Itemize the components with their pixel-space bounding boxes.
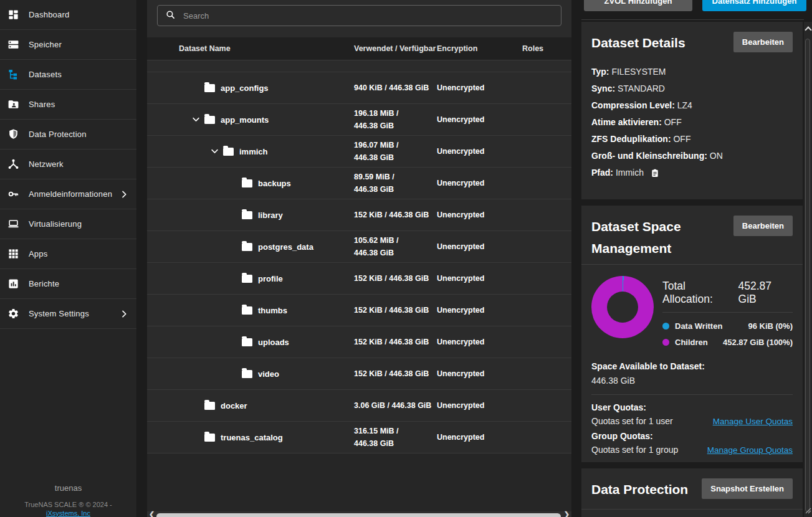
- data-protection-card: Data Protection Snapshot Erstellen Total…: [581, 468, 803, 517]
- chevron-down-icon[interactable]: [210, 146, 219, 156]
- folder-icon: [204, 402, 215, 410]
- used-available-value: 89.59 MiB /446.38 GiB: [354, 171, 437, 196]
- vertical-scrollbar[interactable]: [804, 22, 812, 517]
- table-row-docker[interactable]: docker3.06 GiB / 446.38 GiBUnencrypted: [147, 390, 571, 422]
- table-row-app-mounts[interactable]: app_mounts196.18 MiB /446.38 GiBUnencryp…: [147, 104, 571, 136]
- table-row-uploads[interactable]: uploads152 KiB / 446.38 GiBUnencrypted: [147, 326, 571, 358]
- add-zvol-button[interactable]: ZVOL Hinzufügen: [584, 0, 692, 11]
- quota-row: Quotas set for 1 groupManage Group Quota…: [591, 445, 793, 455]
- dataset-name-cell: backups: [147, 179, 354, 188]
- used-available-value: 196.07 MiB /446.38 GiB: [354, 139, 437, 164]
- scroll-right-icon[interactable]: ❯: [564, 511, 570, 517]
- sidebar-item-datasets[interactable]: Datasets: [0, 60, 136, 90]
- dataset-name-label: thumbs: [258, 306, 287, 315]
- table-row-backups[interactable]: backups89.59 MiB /446.38 GiBUnencrypted: [147, 168, 571, 199]
- used-available-value: 152 KiB / 446.38 GiB: [354, 368, 437, 380]
- table-row-library[interactable]: library152 KiB / 446.38 GiBUnencrypted: [147, 199, 571, 231]
- table-row-immich[interactable]: immich196.07 MiB /446.38 GiBUnencrypted: [147, 136, 571, 168]
- search-placeholder: Search: [183, 11, 209, 21]
- vertical-scrollbar-thumb[interactable]: [805, 39, 810, 512]
- sidebar-item-data-protection[interactable]: Data Protection: [0, 120, 136, 149]
- used-available-value: 3.06 GiB / 446.38 GiB: [354, 399, 437, 412]
- table-header: Dataset Name Verwendet / Verfügbar Encry…: [147, 37, 571, 60]
- divider: [591, 394, 793, 395]
- sidebar-item-netzwerk[interactable]: Netzwerk: [0, 149, 136, 179]
- used-available-value: 105.62 MiB /446.38 GiB: [354, 234, 437, 259]
- sidebar-item-system-settings[interactable]: System Settings: [0, 299, 136, 329]
- details-column: Dataset Details Bearbeiten Typ: FILESYST…: [581, 22, 803, 517]
- horizontal-scrollbar-thumb[interactable]: [156, 513, 561, 517]
- edit-space-button[interactable]: Bearbeiten: [733, 216, 793, 236]
- vendor-link[interactable]: iXsystems, Inc: [0, 510, 136, 517]
- sidebar-item-apps[interactable]: Apps: [0, 239, 136, 269]
- encryption-value: Unencrypted: [437, 179, 522, 187]
- table-row-video[interactable]: video152 KiB / 446.38 GiBUnencrypted: [147, 358, 571, 390]
- quota-title: User Quotas:: [591, 402, 793, 412]
- scroll-up-icon[interactable]: [805, 26, 811, 33]
- search-strip: Search: [147, 0, 571, 37]
- table-row-postgres-data[interactable]: postgres_data105.62 MiB /446.38 GiBUnenc…: [147, 231, 571, 263]
- dataset-name-cell: library: [147, 211, 354, 220]
- column-header-roles[interactable]: Roles: [522, 37, 543, 60]
- horizontal-scrollbar[interactable]: ❮ ❯: [147, 511, 571, 517]
- dataset-name-label: app_mounts: [221, 115, 269, 125]
- dataset-details-title: Dataset Details: [591, 32, 685, 54]
- sidebar-item-shares[interactable]: Shares: [0, 90, 136, 120]
- dashboard-icon: [6, 9, 20, 21]
- column-header-used-available[interactable]: Verwendet / Verfügbar: [354, 37, 436, 60]
- scroll-left-icon[interactable]: ❮: [149, 511, 155, 517]
- sidebar-item-dashboard[interactable]: Dashboard: [0, 0, 136, 30]
- table-row-app-configs[interactable]: app_configs940 KiB / 446.38 GiBUnencrypt…: [147, 72, 571, 104]
- detail-label: Atime aktivieren:: [591, 114, 662, 131]
- detail-label: Compression Level:: [591, 97, 675, 114]
- legend-row-data-written: Data Written96 KiB (0%): [662, 318, 793, 334]
- dataset-name-cell: profile: [147, 274, 354, 283]
- search-input[interactable]: Search: [157, 5, 561, 26]
- table-row-profile[interactable]: profile152 KiB / 446.38 GiBUnencrypted: [147, 263, 571, 295]
- chevron-down-icon[interactable]: [191, 115, 201, 124]
- encryption-value: Unencrypted: [437, 242, 522, 251]
- detail-field-zfs-deduplikation: ZFS Deduplikation: OFF: [591, 131, 793, 148]
- sidebar-item-virtualisierung[interactable]: Virtualisierung: [0, 209, 136, 239]
- encryption-value: Unencrypted: [437, 83, 522, 92]
- dataset-name-cell: immich: [147, 147, 354, 156]
- dataset-name-label: immich: [239, 147, 268, 156]
- used-available-value: 940 KiB / 446.38 GiB: [354, 82, 437, 94]
- detail-value: ON: [707, 148, 723, 164]
- detail-label: ZFS Deduplikation:: [591, 131, 671, 148]
- dataset-name-label: truenas_catalog: [221, 433, 283, 442]
- column-header-dataset-name[interactable]: Dataset Name: [179, 37, 231, 60]
- detail-field-typ: Typ: FILESYSTEM: [591, 64, 793, 80]
- column-header-encryption[interactable]: Encryption: [437, 37, 477, 60]
- dataset-name-cell: truenas_catalog: [147, 433, 354, 442]
- sidebar-footer: truenas TrueNAS SCALE ® © 2024 - iXsyste…: [0, 483, 136, 517]
- space-management-card: Dataset Space Management Bearbeiten Tota…: [581, 206, 803, 462]
- table-row-truenas-catalog[interactable]: truenas_catalog316.15 MiB /446.38 GiBUne…: [147, 422, 571, 453]
- datasets-icon: [6, 69, 20, 81]
- dataset-name-cell: thumbs: [147, 306, 354, 315]
- manage-user-quotas-link[interactable]: Manage User Quotas: [713, 417, 793, 426]
- resize-grip-icon[interactable]: [805, 505, 811, 516]
- dataset-name-cell: docker: [147, 401, 354, 410]
- sidebar-item-speicher[interactable]: Speicher: [0, 30, 136, 60]
- sidebar-item-berichte[interactable]: Berichte: [0, 269, 136, 299]
- table-row-thumbs[interactable]: thumbs152 KiB / 446.38 GiBUnencrypted: [147, 295, 571, 326]
- detail-value: STANDARD: [615, 80, 665, 97]
- create-snapshot-button[interactable]: Snapshot Erstellen: [702, 478, 793, 499]
- add-dataset-button[interactable]: Datensatz Hinzufügen: [702, 0, 806, 11]
- space-available-label: Space Available to Dataset:: [591, 361, 793, 371]
- copy-icon[interactable]: [650, 168, 660, 178]
- sidebar-item-label: Dashboard: [29, 10, 69, 19]
- folder-icon: [204, 116, 215, 124]
- edit-details-button[interactable]: Bearbeiten: [733, 32, 793, 52]
- hostname-label: truenas: [0, 483, 136, 493]
- encryption-value: Unencrypted: [437, 274, 522, 283]
- folder-icon: [223, 148, 234, 156]
- manage-group-quotas-link[interactable]: Manage Group Quotas: [707, 445, 793, 455]
- dataset-name-cell: app_mounts: [147, 115, 354, 125]
- detail-field-atime-aktivieren: Atime aktivieren: OFF: [591, 114, 793, 131]
- divider: [581, 509, 803, 510]
- sidebar-item-anmeldeinformationen[interactable]: Anmeldeinformationen: [0, 179, 136, 209]
- table-row-partial[interactable]: [147, 60, 571, 72]
- right-panel-divider: [581, 19, 804, 20]
